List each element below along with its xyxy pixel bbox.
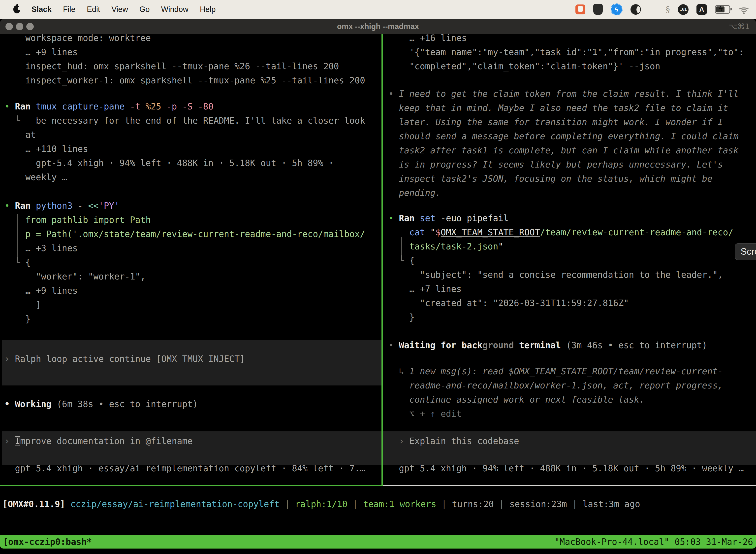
menu-item-go[interactable]: Go [139, 5, 149, 14]
terminal-line: … +3 lines [4, 241, 78, 256]
pane-status-line: gpt-5.4 xhigh · essay/ai-reimplementatio… [4, 461, 365, 476]
pane-status-line: gpt-5.4 xhigh · 94% left · 488K in · 5.1… [388, 461, 744, 476]
terminal-line: ⌥ + ↑ edit [388, 407, 461, 421]
terminal-line: keep that in mind. Maybe I also need the… [388, 101, 728, 115]
terminal-text-segment: terminal [514, 340, 566, 350]
menu-item-help[interactable]: Help [200, 5, 216, 14]
grid-shield-icon[interactable] [593, 4, 603, 15]
terminal-text-segment: "subject": "send a concise recommendatio… [388, 270, 723, 280]
prompt-input-line[interactable]: › Explain this codebase [388, 434, 519, 448]
terminal-text-segment: at [4, 130, 36, 140]
percent-badge-icon[interactable]: ..61 [678, 4, 689, 15]
terminal-text-segment: { [25, 258, 30, 267]
ralph-loop-status: › Ralph loop active continue [OMX_TMUX_I… [4, 352, 245, 366]
terminal-text-segment: | [436, 499, 452, 509]
terminal-line: "worker": "worker-1", [4, 270, 145, 284]
terminal-text-segment: be necessary for the end of the README. … [36, 116, 365, 126]
terminal-text-segment: … +9 lines [4, 47, 78, 57]
terminal-line: from pathlib import Path [4, 213, 151, 227]
terminal-text-segment: team:1 workers [363, 499, 436, 509]
terminal-line: └ { [4, 256, 30, 270]
menubar: Slack File Edit View Go Window Help ϟ § … [0, 0, 756, 19]
terminal-text-segment: … +110 lines [4, 144, 88, 154]
terminal-text-segment: cczip/essay/ai-reimplementation-copyleft [70, 499, 279, 509]
crescent-icon[interactable] [630, 4, 641, 15]
terminal-line: "subject": "send a concise recommendatio… [388, 268, 723, 282]
terminal-line: readme-and-reco/mailbox/worker-1.json, a… [388, 379, 723, 393]
terminal-text-segment: /team/review-current-readme-and-reco/ [540, 227, 734, 237]
terminal-line: weekly … [4, 170, 67, 184]
terminal-text-segment: -euo pipefail [441, 213, 509, 223]
terminal-text-segment: • [388, 213, 399, 223]
terminal-text-segment: later. Using the same for transition mig… [388, 117, 723, 127]
terminal-line: p = Path('.omx/state/team/review-current… [4, 227, 365, 241]
terminal-line: should send a message before completing … [388, 129, 739, 144]
terminal-line: └ { [388, 254, 415, 268]
terminal-text-segment: } [4, 314, 30, 324]
terminal-text-segment: └ [4, 258, 25, 267]
window-shortcut: ⌥⌘1 [729, 19, 750, 34]
chat-icon[interactable] [575, 4, 585, 14]
pane-divider[interactable] [381, 34, 383, 486]
terminal-text-segment: last:3m ago [583, 499, 640, 509]
squiggle-icon[interactable]: § [666, 4, 670, 14]
terminal-text-segment: Ran [15, 201, 36, 211]
terminal-line: workspace_mode: worktree [4, 31, 151, 45]
terminal-text-segment: | [279, 499, 295, 509]
status-icons: ϟ § ..61 A ϟ [575, 3, 756, 15]
terminal-line: "created_at": "2026-03-31T11:59:27.816Z" [388, 296, 629, 310]
terminal-text-segment: … +16 lines [388, 33, 467, 43]
battery-charging-icon[interactable]: ϟ [715, 5, 730, 14]
terminal-text-segment: › [388, 436, 409, 446]
menu-item-view[interactable]: View [111, 5, 128, 14]
terminal-line: '{"team_name":"my-team","task_id":"1","f… [388, 45, 744, 59]
terminal-text-segment: 'PY' [99, 201, 119, 211]
tmux-status-bar: [omx-cczip0:bash* "MacBook-Pro-44.local"… [0, 535, 756, 549]
terminal-text-segment: cat [388, 227, 430, 237]
terminal-text-segment: is in progress? It seems likely but perh… [388, 160, 723, 170]
terminal-text-segment: turns:20 [452, 499, 494, 509]
terminal-line: • Ran set -euo pipefail [388, 211, 509, 225]
terminal-text-segment: tasks/task-2.json [388, 241, 498, 252]
menu-app-name[interactable]: Slack [32, 5, 52, 14]
terminal-text-segment: pending. [388, 188, 441, 198]
terminal-text-segment: ↳ [388, 366, 409, 376]
terminal-text-segment: mprove documentation in @filename [20, 436, 192, 446]
terminal-text-segment: … +3 lines [4, 243, 78, 253]
terminal-text-segment: session:23m [509, 499, 567, 509]
terminal-text-segment: Explain this codebase [409, 436, 519, 446]
terminal-line: continue assigned work or next feasible … [388, 393, 645, 407]
screen-overlay-chip: Scre [735, 243, 756, 260]
wifi-icon[interactable] [738, 5, 750, 14]
terminal-line: • I need to get the claim token from the… [388, 87, 739, 101]
terminal-text-segment: "created_at": "2026-03-31T11:59:27.816Z" [388, 298, 629, 308]
left-pane-border [0, 485, 383, 486]
terminal-text-segment: - [78, 201, 88, 211]
screen-overlay-label: Scre [741, 246, 756, 257]
menu-item-window[interactable]: Window [161, 5, 188, 14]
terminal-text-segment: ground [483, 340, 514, 350]
terminal-text-segment: -p -S -80 [167, 102, 213, 111]
prompt-input-line[interactable]: › Improve documentation in @filename [4, 434, 193, 448]
terminal-text-segment: task2 after task1 is complete, but can I… [388, 146, 739, 155]
terminal-text-segment: gpt-5.4 xhigh · 94% left · 488K in · 5.1… [388, 463, 744, 473]
keyboard-layout-icon[interactable]: A [696, 4, 707, 15]
terminal-text-segment: ] [4, 300, 41, 310]
bolt-icon[interactable]: ϟ [611, 3, 623, 15]
apple-icon[interactable] [13, 5, 20, 13]
omx-status-line: [OMX#0.11.9] cczip/essay/ai-reimplementa… [2, 497, 640, 511]
terminal-text-segment: should send a message before completing … [388, 131, 739, 141]
terminal-text-segment: I need to get the claim token from the c… [399, 89, 739, 99]
menu-item-edit[interactable]: Edit [87, 5, 100, 14]
terminal-text-segment: › [4, 436, 15, 446]
terminal-text-segment: "worker": "worker-1", [4, 272, 145, 281]
terminal-text-segment: from pathlib import Path [4, 215, 151, 225]
terminal-line: inspect_hud: omx sparkshell --tmux-pane … [4, 59, 339, 73]
dots-grid-icon[interactable] [649, 5, 658, 14]
terminal-text-segment: Ralph loop active continue [OMX_TMUX_INJ… [15, 354, 245, 364]
terminal-line: └ be necessary for the end of the README… [4, 114, 365, 128]
terminal-text-segment: continue assigned work or next feasible … [388, 395, 645, 404]
terminal-text-segment: › [4, 354, 15, 364]
terminal-text-segment: ⌥ + ↑ edit [388, 409, 461, 419]
menu-item-file[interactable]: File [63, 5, 75, 14]
